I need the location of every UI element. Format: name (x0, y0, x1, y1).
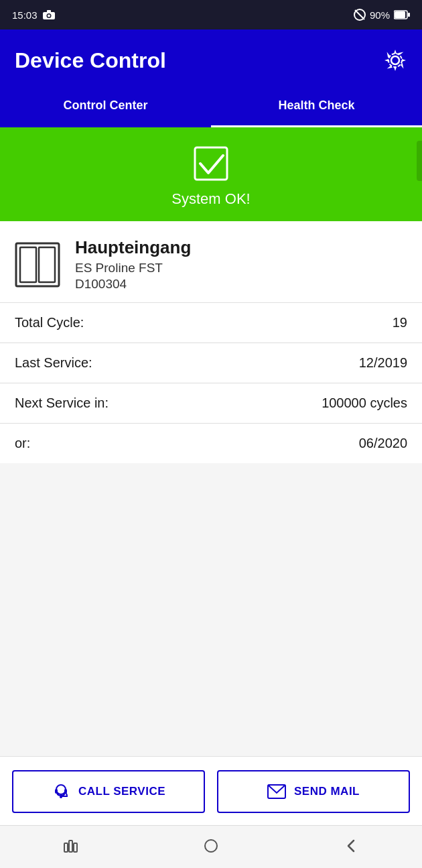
status-bar-left: 15:03 (12, 9, 55, 21)
back-icon (344, 838, 360, 854)
send-mail-button[interactable]: SEND MAIL (217, 770, 410, 813)
total-cycle-row: Total Cycle: 19 (0, 303, 422, 343)
nav-bar (0, 825, 422, 868)
check-icon (191, 143, 231, 184)
call-service-label: CALL SERVICE (78, 785, 165, 798)
svg-rect-7 (395, 11, 405, 18)
tab-health-check[interactable]: Health Check (211, 88, 422, 127)
svg-rect-8 (408, 13, 410, 17)
last-service-value: 12/2019 (359, 355, 407, 371)
svg-rect-13 (20, 247, 36, 282)
last-service-label: Last Service: (15, 355, 92, 371)
status-ok-text: System OK! (171, 190, 250, 208)
app-header: Device Control (0, 29, 422, 88)
status-time: 15:03 (12, 9, 38, 21)
status-banner: System OK! (0, 127, 422, 221)
settings-icon[interactable] (383, 48, 407, 72)
next-service-label: Next Service in: (15, 395, 109, 411)
svg-rect-20 (64, 843, 68, 852)
recent-apps-icon (62, 838, 78, 854)
mail-icon (267, 784, 286, 799)
next-service-row: Next Service in: 100000 cycles (0, 383, 422, 424)
device-text: Haupteingang ES Proline FST D100304 (75, 237, 191, 292)
svg-line-5 (355, 10, 364, 19)
door-icon (13, 241, 62, 289)
device-model: ES Proline FST (75, 261, 191, 275)
svg-rect-3 (47, 10, 51, 13)
total-cycle-value: 19 (393, 315, 407, 330)
or-label: or: (15, 436, 30, 451)
device-name: Haupteingang (75, 237, 191, 258)
svg-rect-23 (205, 840, 217, 852)
main-content: Device Control Control Center Health Che… (0, 29, 422, 868)
device-info: Haupteingang ES Proline FST D100304 (0, 221, 422, 303)
svg-point-18 (60, 796, 62, 798)
svg-rect-14 (39, 247, 55, 282)
svg-rect-17 (64, 789, 67, 794)
svg-point-9 (391, 56, 399, 64)
no-signal-icon (354, 9, 366, 21)
svg-rect-12 (16, 243, 59, 286)
call-service-button[interactable]: CALL SERVICE (12, 770, 205, 813)
nav-home[interactable] (203, 838, 219, 857)
svg-point-2 (48, 15, 50, 17)
app-title: Device Control (15, 48, 166, 73)
tab-control-center[interactable]: Control Center (0, 88, 211, 127)
or-row: or: 06/2020 (0, 424, 422, 463)
headset-icon (52, 782, 70, 801)
svg-rect-16 (55, 789, 58, 794)
total-cycle-label: Total Cycle: (15, 315, 84, 330)
next-service-value: 100000 cycles (322, 395, 407, 411)
bottom-buttons: CALL SERVICE SEND MAIL (0, 756, 422, 825)
battery-icon (394, 10, 410, 19)
tab-bar: Control Center Health Check (0, 88, 422, 127)
camera-icon (43, 10, 55, 19)
svg-rect-21 (69, 841, 72, 852)
status-bar: 15:03 90% (0, 0, 422, 29)
home-icon (203, 838, 219, 854)
send-mail-label: SEND MAIL (294, 785, 360, 798)
status-bar-right: 90% (354, 9, 410, 21)
or-value: 06/2020 (359, 436, 407, 451)
nav-back[interactable] (344, 838, 360, 857)
last-service-row: Last Service: 12/2019 (0, 343, 422, 383)
data-section: Total Cycle: 19 Last Service: 12/2019 Ne… (0, 303, 422, 463)
device-serial: D100304 (75, 277, 191, 292)
battery-percent: 90% (370, 9, 390, 21)
svg-point-15 (56, 785, 66, 794)
scroll-indicator (417, 141, 422, 181)
content-spacer (0, 463, 422, 756)
nav-recent-apps[interactable] (62, 838, 78, 857)
svg-rect-22 (74, 843, 77, 852)
